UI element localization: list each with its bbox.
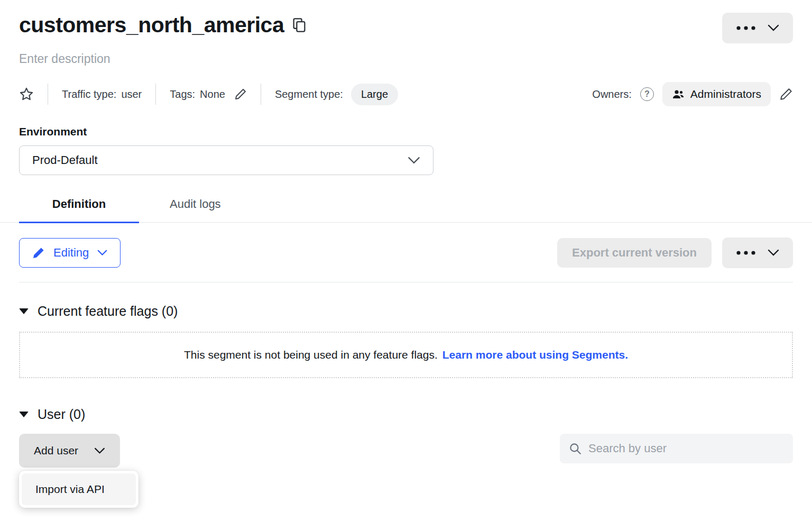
copy-title-button[interactable] (292, 17, 306, 33)
caret-down-icon (19, 412, 29, 417)
export-current-version-button[interactable]: Export current version (557, 238, 712, 268)
chevron-down-icon (768, 24, 779, 32)
tab-definition[interactable]: Definition (19, 197, 139, 223)
add-user-button[interactable]: Add user (19, 434, 120, 468)
divider (48, 84, 48, 105)
question-glyph: ? (644, 89, 650, 99)
edit-owners-button[interactable] (779, 87, 793, 101)
page-header: customers_north_america (19, 13, 793, 43)
chevron-down-icon (768, 249, 779, 257)
feature-flags-section-toggle[interactable]: Current feature flags (0) (19, 304, 793, 319)
chevron-down-icon (408, 157, 420, 165)
star-icon (19, 87, 34, 102)
caret-down-icon (19, 308, 29, 314)
learn-more-link[interactable]: Learn more about using Segments. (442, 349, 628, 361)
divider (261, 84, 261, 105)
tags-label: Tags: (170, 88, 195, 100)
segment-type-label: Segment type: (275, 88, 343, 100)
divider (19, 282, 793, 282)
add-user-label: Add user (34, 444, 78, 457)
ellipsis-icon (736, 25, 757, 31)
pencil-icon (234, 88, 247, 100)
pencil-icon (32, 246, 45, 259)
tab-audit-logs[interactable]: Audit logs (170, 197, 221, 223)
user-section-toggle[interactable]: User (0) (19, 407, 793, 422)
ellipsis-icon (736, 250, 757, 255)
search-by-user-input[interactable] (588, 442, 785, 455)
divider (155, 84, 156, 105)
search-icon (568, 442, 582, 455)
environment-selected-value: Prod-Default (32, 153, 98, 167)
segment-type-badge: Large (351, 84, 398, 105)
page-title: customers_north_america (19, 13, 284, 38)
definition-toolbar: Editing Export current version (19, 237, 793, 268)
environment-section: Environment Prod-Default (19, 125, 793, 175)
environment-label: Environment (19, 125, 793, 138)
copy-icon (292, 17, 306, 33)
owners-group: Owners: ? Administrators (592, 82, 793, 106)
menu-item-import-via-api[interactable]: Import via API (22, 473, 136, 505)
owners-label: Owners: (592, 88, 631, 100)
tab-bar: Definition Audit logs (0, 197, 812, 223)
traffic-type-label: Traffic type: (62, 88, 116, 100)
user-controls-row: Add user Import via API (19, 434, 793, 468)
feature-flags-empty-state: This segment is not being used in any fe… (19, 332, 793, 378)
people-icon (672, 89, 685, 99)
environment-select[interactable]: Prod-Default (19, 145, 433, 175)
chevron-down-icon (97, 250, 107, 256)
traffic-type-value: user (121, 88, 142, 100)
help-icon[interactable]: ? (640, 87, 654, 101)
meta-row: Traffic type: user Tags: None Segment ty… (19, 82, 793, 106)
description-field[interactable]: Enter description (19, 52, 793, 66)
owners-value: Administrators (690, 88, 761, 100)
user-heading: User (0) (38, 407, 85, 422)
pencil-icon (779, 87, 793, 101)
toolbar-more-actions-button[interactable] (722, 237, 793, 268)
favorite-star-button[interactable] (19, 87, 34, 102)
tags-value: None (200, 88, 225, 100)
chevron-down-icon (94, 447, 105, 454)
user-search-box (560, 434, 793, 463)
editing-label: Editing (53, 246, 89, 260)
tags: Tags: None (170, 88, 247, 100)
segment-detail-page: customers_north_america (0, 0, 812, 530)
edit-tags-button[interactable] (234, 88, 247, 100)
traffic-type: Traffic type: user (62, 88, 142, 100)
add-user-dropdown-menu: Import via API (19, 471, 139, 508)
empty-state-text: This segment is not being used in any fe… (184, 349, 438, 361)
header-more-actions-button[interactable] (722, 13, 793, 43)
owners-pill: Administrators (662, 82, 771, 106)
editing-mode-button[interactable]: Editing (19, 238, 121, 268)
segment-type: Segment type: Large (275, 84, 398, 105)
feature-flags-heading: Current feature flags (0) (38, 304, 178, 319)
